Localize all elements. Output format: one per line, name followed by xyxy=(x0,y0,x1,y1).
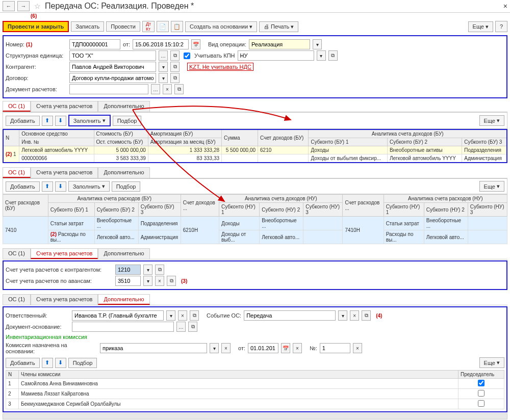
tab-accounts-4[interactable]: Счета учета расчетов xyxy=(31,294,98,305)
print-button[interactable]: 🖨 Печать ▾ xyxy=(259,21,298,32)
comm-base-input[interactable] xyxy=(100,343,207,353)
report-icon[interactable]: 📄 xyxy=(157,21,169,32)
doc-calc-open[interactable]: ⧉ xyxy=(174,84,184,94)
n-clear[interactable]: × xyxy=(353,343,362,353)
tab-os-2[interactable]: ОС (1) xyxy=(3,167,31,178)
nu-dropdown[interactable]: ▾ xyxy=(317,50,326,61)
add-button-2[interactable]: Добавить xyxy=(6,181,40,192)
comm-base-clear[interactable]: × xyxy=(221,343,231,353)
create-based-button[interactable]: Создать на основании ▾ xyxy=(185,21,257,32)
move-down-1[interactable]: ⬇ xyxy=(55,116,66,126)
acc-contr-dropdown[interactable]: ▾ xyxy=(143,265,152,275)
resp-dropdown[interactable]: ▾ xyxy=(166,310,175,321)
doc-base-open[interactable]: ⧉ xyxy=(188,322,197,332)
add-button-1[interactable]: Добавить xyxy=(6,116,40,126)
tab-os-1[interactable]: ОС (1) xyxy=(3,101,31,112)
move-up-1[interactable]: ⬆ xyxy=(42,116,53,126)
calendar-icon[interactable]: 📅 xyxy=(191,39,200,49)
op-type-input[interactable] xyxy=(249,39,310,49)
event-open[interactable]: ⧉ xyxy=(362,310,371,321)
tab-extra-1[interactable]: Дополнительно xyxy=(98,101,149,112)
doc-base-more[interactable]: … xyxy=(176,322,186,332)
pick-button-4[interactable]: Подбор xyxy=(68,358,97,368)
chair-checkbox-2[interactable] xyxy=(478,390,484,397)
more-button[interactable]: Еще ▾ xyxy=(468,21,493,32)
tab-extra-4[interactable]: Дополнительно xyxy=(98,294,149,305)
doc-calc-input[interactable] xyxy=(69,84,148,94)
op-type-dropdown[interactable]: ▾ xyxy=(313,39,322,49)
table-row[interactable]: 7410 Статьи затратВнеоборотные ...Подраз… xyxy=(3,217,507,230)
tab-os-4[interactable]: ОС (1) xyxy=(3,294,31,305)
tab-extra-2[interactable]: Дополнительно xyxy=(98,167,149,178)
horizontal-scrollbar[interactable] xyxy=(3,413,507,419)
table-row[interactable]: (2) 1 Легковой автомобиль YYYY 5 000 000… xyxy=(3,146,507,154)
move-down-2[interactable]: ⬇ xyxy=(55,181,66,192)
from-clear[interactable]: × xyxy=(293,343,302,353)
pick-button-1[interactable]: Подбор xyxy=(113,116,142,126)
acc-adv-clear[interactable]: × xyxy=(155,276,164,286)
move-up-4[interactable]: ⬆ xyxy=(42,358,53,368)
move-down-4[interactable]: ⬇ xyxy=(55,358,66,368)
tab-accounts-3[interactable]: Счета учета расчетов xyxy=(31,248,98,259)
tab-accounts-2[interactable]: Счета учета расчетов xyxy=(31,167,98,178)
n-input[interactable] xyxy=(320,343,350,353)
fill-button-2[interactable]: Заполнить ▾ xyxy=(68,181,110,192)
kzt-link[interactable]: KZT, Не учитывать НДС xyxy=(187,63,253,71)
acc-contr-open[interactable]: ⧉ xyxy=(155,265,164,275)
nu-open[interactable]: ⧉ xyxy=(328,50,338,61)
acc-contr-input[interactable] xyxy=(115,265,141,275)
contract-input[interactable] xyxy=(69,73,156,83)
comm-base-dropdown[interactable]: ▾ xyxy=(210,343,219,353)
table-row[interactable]: 1Самойлова Анна Виниаминовна xyxy=(6,379,504,389)
from-calendar-icon[interactable]: 📅 xyxy=(281,343,290,353)
nu-input[interactable] xyxy=(238,50,314,61)
resp-clear[interactable]: × xyxy=(178,310,187,321)
nav-forward-button[interactable]: → xyxy=(17,1,30,11)
debit-credit-icon[interactable]: ДтКт xyxy=(142,21,155,32)
post-and-close-button[interactable]: Провести и закрыть xyxy=(3,21,69,32)
chair-checkbox-1[interactable] xyxy=(478,380,484,386)
save-button[interactable]: Записать xyxy=(71,21,104,32)
resp-open[interactable]: ⧉ xyxy=(190,310,199,321)
fill-button-1[interactable]: Заполнить ▾ xyxy=(68,115,111,126)
favorite-icon[interactable]: ☆ xyxy=(32,1,42,11)
tab-os-3[interactable]: ОС (1) xyxy=(3,248,31,259)
tab-accounts-1[interactable]: Счета учета расчетов xyxy=(31,101,98,112)
contract-open[interactable]: ⧉ xyxy=(170,73,180,83)
struct-more[interactable]: … xyxy=(159,50,168,61)
doc-calc-more[interactable]: … xyxy=(151,84,160,94)
more-button-2[interactable]: Еще ▾ xyxy=(479,181,504,192)
acc-adv-input[interactable] xyxy=(115,276,141,286)
from-date-input[interactable] xyxy=(248,343,278,353)
counterparty-dropdown[interactable]: ▾ xyxy=(159,62,168,72)
struct-open[interactable]: ⧉ xyxy=(170,50,180,61)
counterparty-input[interactable] xyxy=(69,62,156,72)
doc-base-input[interactable] xyxy=(72,322,174,332)
doc-calc-clear[interactable]: × xyxy=(163,84,172,94)
close-button[interactable]: × xyxy=(503,2,507,10)
more-button-4[interactable]: Еще ▾ xyxy=(479,357,504,368)
event-dropdown[interactable]: ▾ xyxy=(338,310,347,321)
struct-input[interactable] xyxy=(69,50,156,61)
more-button-1[interactable]: Еще ▾ xyxy=(479,115,504,126)
date-input[interactable] xyxy=(133,39,189,49)
nav-back-button[interactable]: ← xyxy=(3,1,15,11)
acc-adv-dropdown[interactable]: ▾ xyxy=(143,276,152,286)
table-row[interactable]: 2Мамиева Ляззат Кайратовна xyxy=(6,389,504,399)
move-up-2[interactable]: ⬆ xyxy=(42,181,53,192)
table-row[interactable]: (2) Расходы по вы...Легковой авто...Адми… xyxy=(3,230,507,244)
table-row[interactable]: 3Бекмухамеджанов Серикбай Оралбайулы xyxy=(6,399,504,409)
event-input[interactable] xyxy=(244,310,336,321)
kpn-checkbox[interactable] xyxy=(184,52,190,59)
add-button-4[interactable]: Добавить xyxy=(6,358,40,368)
contract-dropdown[interactable]: ▾ xyxy=(159,73,168,83)
table-row[interactable]: 000000066 3 583 333,39 83 333,33 Доходы … xyxy=(3,154,507,163)
chair-checkbox-3[interactable] xyxy=(478,400,484,407)
counterparty-open[interactable]: ⧉ xyxy=(170,62,180,72)
pick-button-2[interactable]: Подбор xyxy=(112,181,141,192)
post-button[interactable]: Провести xyxy=(106,21,140,32)
event-clear[interactable]: × xyxy=(350,310,359,321)
number-input[interactable] xyxy=(69,39,120,49)
acc-adv-open[interactable]: ⧉ xyxy=(167,276,176,286)
tab-extra-3[interactable]: Дополнительно xyxy=(98,248,149,259)
